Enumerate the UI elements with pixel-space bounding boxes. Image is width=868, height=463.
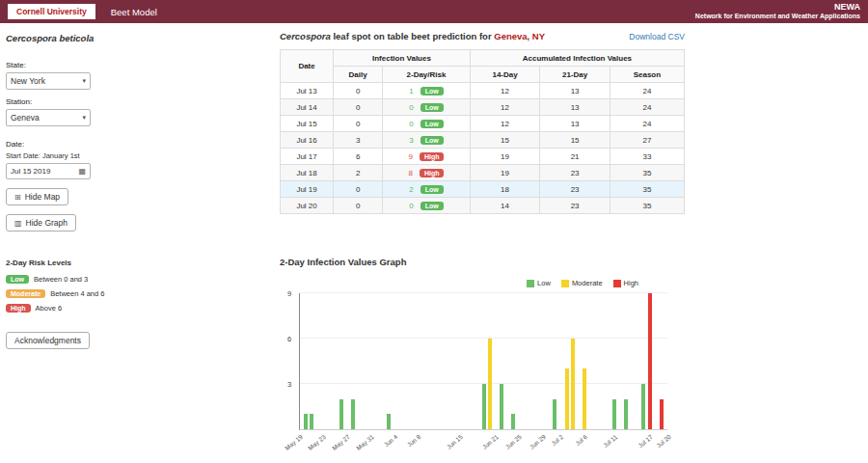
hide-graph-label: Hide Graph	[26, 218, 68, 228]
chart-bar	[565, 368, 569, 429]
top-header-bar: Cornell University Beet Model NEWA Netwo…	[0, 0, 868, 23]
x-tick-label: May 31	[355, 433, 375, 451]
col-header-2day-risk: 2-Day/Risk	[383, 67, 471, 83]
col-header-21day: 21-Day	[540, 67, 610, 83]
table-row[interactable]: Jul 1633Low151527	[281, 132, 685, 149]
chart-bar	[511, 414, 515, 429]
y-tick-label: 3	[287, 380, 291, 389]
y-tick-label: 9	[287, 289, 291, 298]
species-name: Cercospora beticola	[6, 33, 272, 43]
x-tick-label: May 27	[331, 433, 351, 451]
x-tick-label: Jul 6	[574, 433, 588, 447]
cell-14day: 18	[470, 181, 540, 198]
cell-daily: 3	[334, 132, 383, 149]
hide-map-label: Hide Map	[25, 192, 60, 202]
chart-bar	[648, 293, 652, 429]
chevron-down-icon: ▾	[82, 77, 86, 85]
cell-daily: 0	[334, 198, 383, 214]
download-csv-link[interactable]: Download CSV	[629, 32, 685, 41]
x-tick-label: May 23	[307, 433, 327, 451]
newa-title: NEWA	[695, 2, 860, 13]
table-row[interactable]: Jul 1828High192335	[281, 165, 685, 181]
chart-bar	[387, 414, 391, 429]
legend-swatch	[561, 280, 569, 287]
chart-bar	[612, 399, 616, 429]
gridline	[300, 292, 667, 293]
x-tick-label: Jun 21	[480, 433, 499, 450]
table-row[interactable]: Jul 1769High192133	[281, 149, 685, 165]
risk-range-label: Above 6	[36, 304, 63, 313]
legend-item: Low	[527, 279, 551, 287]
chart-plot-area: 369	[299, 293, 667, 430]
risk-badge: High	[420, 152, 445, 161]
cell-date: Jul 18	[281, 165, 334, 181]
x-tick-label: Jun 4	[382, 433, 398, 449]
col-header-season: Season	[610, 67, 684, 83]
two-day-value: 0	[409, 120, 413, 128]
table-row[interactable]: Jul 1301Low121324	[281, 83, 685, 99]
risk-range-label: Between 4 and 6	[50, 289, 104, 298]
cell-season: 24	[610, 116, 684, 132]
start-date-note: Start Date: January 1st	[6, 151, 272, 160]
date-input[interactable]: Jul 15 2019 ▦	[6, 163, 91, 179]
newa-subtitle: Network for Environment and Weather Appl…	[695, 13, 860, 21]
cell-14day: 19	[470, 165, 540, 181]
cell-daily: 0	[334, 99, 383, 116]
cell-daily: 0	[334, 83, 383, 99]
state-selected-value: New York	[11, 76, 45, 86]
cell-date: Jul 14	[281, 99, 334, 116]
two-day-value: 9	[408, 152, 412, 161]
two-day-value: 0	[409, 202, 413, 210]
table-row[interactable]: Jul 1400Low121324	[281, 99, 685, 116]
table-row[interactable]: Jul 1902Low182335	[281, 181, 685, 198]
cell-daily: 2	[334, 165, 383, 181]
cell-21day: 23	[540, 198, 610, 214]
legend-item: High	[613, 279, 638, 287]
acknowledgments-button[interactable]: Acknowledgments	[6, 332, 90, 349]
x-tick-label: Jun 29	[529, 433, 547, 450]
chart-bar	[553, 399, 556, 429]
chart-bar	[571, 339, 575, 429]
col-header-date: Date	[281, 50, 334, 83]
legend-swatch	[527, 280, 534, 287]
cell-2day-risk: 8High	[383, 165, 471, 181]
two-day-value: 0	[409, 103, 413, 112]
date-value: Jul 15 2019	[11, 167, 50, 176]
cell-21day: 23	[540, 181, 610, 198]
cell-2day-risk: 0Low	[383, 116, 471, 132]
title-station: Geneva, NY	[494, 31, 545, 41]
cell-season: 35	[610, 165, 684, 181]
page-title: Cercospora leaf spot on table beet predi…	[280, 31, 545, 41]
cell-date: Jul 13	[281, 83, 334, 99]
calendar-icon[interactable]: ▦	[78, 167, 86, 176]
cell-daily: 0	[334, 181, 383, 198]
chart-bar	[583, 368, 586, 429]
legend-label: Low	[537, 279, 551, 287]
table-row[interactable]: Jul 1500Low121324	[281, 116, 685, 132]
chart-bar	[310, 414, 313, 429]
cell-daily: 0	[334, 116, 383, 132]
risk-badge: Moderate	[6, 289, 45, 298]
cell-date: Jul 20	[281, 198, 334, 214]
legend-label: Moderate	[572, 279, 603, 287]
cornell-university-logo[interactable]: Cornell University	[8, 4, 95, 19]
cell-2day-risk: 0Low	[383, 198, 471, 214]
hide-map-button[interactable]: ⊞ Hide Map	[6, 188, 68, 205]
state-select[interactable]: New York ▾	[6, 72, 91, 90]
station-select[interactable]: Geneva ▾	[6, 109, 91, 126]
cell-season: 33	[610, 149, 684, 165]
risk-level-row: ModerateBetween 4 and 6	[6, 289, 272, 298]
cell-21day: 13	[540, 83, 610, 99]
title-text: leaf spot on table beet prediction for	[331, 31, 494, 41]
x-tick-label: Jul 17	[637, 433, 654, 449]
table-row[interactable]: Jul 2000Low142335	[281, 198, 685, 214]
cell-21day: 21	[540, 149, 610, 165]
cell-14day: 14	[470, 198, 540, 214]
cell-date: Jul 19	[281, 181, 334, 198]
legend-item: Moderate	[561, 279, 603, 287]
chevron-down-icon: ▾	[82, 114, 86, 122]
hide-graph-button[interactable]: ▥ Hide Graph	[6, 214, 76, 232]
app-title: Beet Model	[111, 7, 157, 17]
cell-14day: 12	[470, 116, 540, 132]
cornell-university-label: Cornell University	[16, 7, 87, 16]
